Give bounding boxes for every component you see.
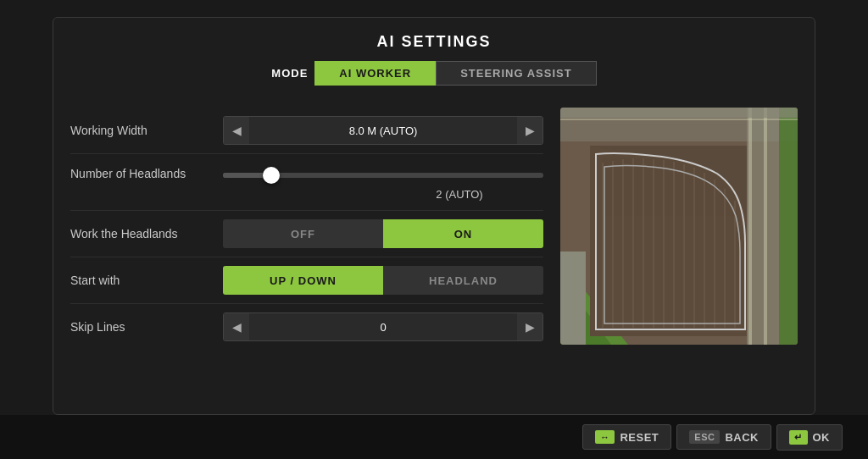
reset-label: RESET (620, 431, 659, 444)
skip-lines-row: Skip Lines ◀ 0 ▶ (70, 304, 543, 350)
svg-rect-21 (748, 108, 752, 345)
headlands-label: Number of Headlands (70, 167, 223, 180)
working-width-label: Working Width (70, 124, 223, 137)
headlands-value-label: 2 (AUTO) (436, 188, 482, 201)
working-width-row: Working Width ◀ 8.0 M (AUTO) ▶ (70, 108, 543, 154)
headlands-slider-container (223, 163, 543, 185)
work-headlands-label: Work the Headlands (70, 227, 223, 241)
headlands-slider-track (223, 173, 543, 178)
back-key-badge: ESC (689, 430, 720, 444)
panel-title: AI SETTINGS (53, 18, 815, 61)
reset-button[interactable]: ↔ RESET (582, 424, 671, 450)
start-with-headland[interactable]: HEADLAND (383, 266, 543, 295)
ok-key-badge: ↵ (789, 430, 808, 445)
working-width-arrow-control: ◀ 8.0 M (AUTO) ▶ (223, 116, 543, 145)
start-with-updown[interactable]: UP / DOWN (223, 266, 383, 295)
skip-lines-arrow-control: ◀ 0 ▶ (223, 312, 543, 341)
skip-lines-value: 0 (249, 321, 517, 334)
start-with-toggle: UP / DOWN HEADLAND (223, 266, 543, 295)
back-label: BACK (725, 431, 759, 444)
work-headlands-on[interactable]: ON (383, 219, 543, 248)
svg-rect-23 (779, 108, 798, 345)
ok-label: OK (813, 431, 831, 444)
start-with-row: Start with UP / DOWN HEADLAND (70, 257, 543, 304)
settings-panel: AI SETTINGS MODE AI WORKER STEERING ASSI… (53, 17, 815, 415)
back-button[interactable]: ESC BACK (676, 424, 771, 450)
working-width-value: 8.0 M (AUTO) (249, 124, 517, 137)
reset-key-badge: ↔ (595, 430, 615, 444)
work-headlands-toggle: OFF ON (223, 219, 543, 248)
skip-lines-control: ◀ 0 ▶ (223, 312, 543, 341)
tab-ai-worker[interactable]: AI WORKER (314, 61, 436, 86)
headlands-slider-control (223, 163, 543, 185)
settings-list: Working Width ◀ 8.0 M (AUTO) ▶ Number of… (70, 108, 543, 350)
tab-steering-assist[interactable]: STEERING ASSIST (436, 61, 597, 86)
main-container: AI SETTINGS MODE AI WORKER STEERING ASSI… (0, 0, 868, 459)
working-width-control: ◀ 8.0 M (AUTO) ▶ (223, 116, 543, 145)
start-with-control: UP / DOWN HEADLAND (223, 266, 543, 295)
headlands-inner: Number of Headlands (70, 163, 543, 185)
ok-button[interactable]: ↵ OK (776, 424, 843, 451)
skip-lines-increase[interactable]: ▶ (517, 312, 542, 341)
svg-rect-22 (764, 108, 767, 345)
footer-bar: ↔ RESET ESC BACK ↵ OK (0, 415, 868, 459)
working-width-decrease[interactable]: ◀ (224, 116, 249, 145)
start-with-label: Start with (70, 274, 223, 287)
work-headlands-row: Work the Headlands OFF ON (70, 211, 543, 257)
headlands-slider-thumb[interactable] (263, 167, 280, 184)
work-headlands-control: OFF ON (223, 219, 543, 248)
svg-rect-3 (560, 252, 586, 345)
svg-rect-24 (560, 108, 798, 118)
skip-lines-decrease[interactable]: ◀ (224, 312, 249, 341)
headlands-row: Number of Headlands 2 (AUTO) (70, 154, 543, 211)
mode-label: MODE (271, 67, 308, 80)
tab-bar: MODE AI WORKER STEERING ASSIST (53, 61, 815, 99)
content-area: Working Width ◀ 8.0 M (AUTO) ▶ Number of… (53, 99, 815, 367)
map-preview (560, 108, 798, 345)
skip-lines-label: Skip Lines (70, 320, 223, 334)
working-width-increase[interactable]: ▶ (517, 116, 542, 145)
work-headlands-off[interactable]: OFF (223, 219, 383, 248)
